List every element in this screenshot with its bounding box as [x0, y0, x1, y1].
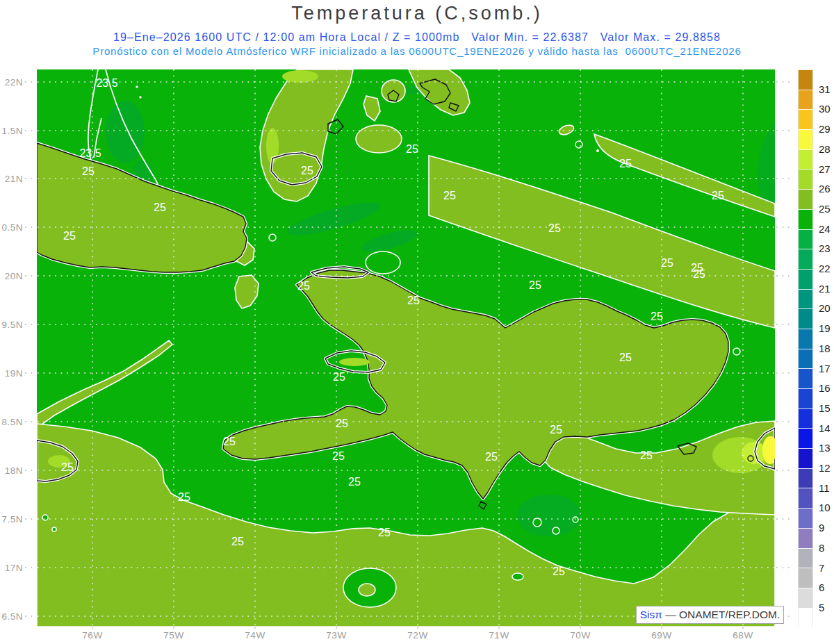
- colorbar-label: 5: [819, 602, 824, 613]
- colorbar-label: 22: [819, 263, 831, 274]
- x-axis-label: 71W: [489, 630, 509, 641]
- contour-value-label: 25: [61, 461, 74, 473]
- colorbar-label: 24: [819, 223, 831, 235]
- colorbar-label: 29: [819, 123, 831, 135]
- contour-value-label: 25: [178, 491, 190, 503]
- contour-value-label: 23.5: [96, 77, 117, 89]
- contour-value-label: 25: [619, 352, 632, 363]
- colorbar-label: 26: [819, 183, 831, 195]
- x-axis-label: 69W: [651, 630, 671, 641]
- contour-value-label: 25: [223, 436, 236, 447]
- colorbar-cell: [798, 368, 813, 388]
- colorbar-label: 6: [819, 581, 824, 593]
- colorbar-label: 8: [819, 542, 824, 554]
- colorbar-label: 13: [819, 442, 831, 454]
- x-axis-label: 72W: [407, 630, 427, 641]
- bank-warm-fringe: [282, 70, 318, 83]
- colorbar-label: 25: [819, 203, 831, 215]
- colorbar-cell: [798, 329, 813, 349]
- y-axis-label: 7.5N: [1, 514, 23, 525]
- weather-map: 23.523.525252525252525252525252525252525…: [0, 0, 834, 644]
- puerto-rico-warm-blob: [766, 436, 777, 461]
- contour-value-label: 25: [553, 565, 565, 577]
- x-axis-label: 73W: [326, 630, 346, 641]
- colorbar-label: 9: [819, 522, 824, 534]
- colorbar-cell: [798, 189, 813, 209]
- map-field: 23.523.525252525252525252525252525252525…: [37, 69, 834, 627]
- gonave-warm-center: [339, 358, 370, 366]
- contour-value-label: 25: [485, 451, 498, 463]
- colorbar-cell: [798, 608, 813, 628]
- contour-value-label: 25: [301, 165, 313, 176]
- contour-value-label: 23.5: [79, 147, 101, 159]
- contour-value-label: 25: [154, 201, 166, 213]
- colorbar-cell: [798, 169, 813, 189]
- colorbar-cell: [798, 69, 813, 90]
- colorbar-cell: [798, 408, 813, 429]
- sea25-blob: [356, 125, 402, 153]
- colorbar-cell: [798, 308, 813, 329]
- contour-value-label: 25: [712, 190, 724, 201]
- y-axis-label: 20N: [5, 271, 23, 281]
- colorbar-label: 10: [819, 502, 831, 513]
- contour-value-label: 25: [640, 449, 653, 461]
- x-axis-label: 70W: [570, 630, 590, 641]
- contour-value-label: 25: [231, 536, 244, 547]
- colorbar-cell: [798, 349, 813, 369]
- colorbar-label: 14: [819, 422, 831, 434]
- colorbar-label: 18: [819, 342, 831, 354]
- contour-value-label: 25: [548, 222, 561, 234]
- colorbar-label: 16: [819, 382, 831, 394]
- contour-value-label: 25: [82, 165, 95, 177]
- y-axis-label: 9.5N: [1, 320, 23, 330]
- contour-value-label: 25: [333, 371, 345, 383]
- colorbar-cell: [798, 428, 813, 448]
- colorbar-cell: [798, 508, 813, 528]
- credit-separator: —: [662, 609, 679, 621]
- contour-value-label: 25: [661, 257, 673, 269]
- colorbar-label: 7: [819, 562, 824, 574]
- y-axis-label: 18N: [5, 465, 23, 476]
- contour-value-label: 25: [63, 230, 76, 242]
- y-axis-label: 19N: [5, 368, 23, 379]
- y-axis-label: 22N: [5, 77, 23, 88]
- contour-value-label: 25: [332, 450, 345, 462]
- colorbar-cell: [798, 548, 813, 568]
- contour-value-label: 25: [550, 424, 562, 436]
- contour-value-label: 25: [406, 143, 418, 155]
- colorbar-label: 12: [819, 462, 831, 474]
- y-axis-label: 1.5N: [1, 126, 23, 136]
- x-axis-label: 74W: [245, 630, 265, 641]
- colorbar-cell: [798, 149, 813, 170]
- contour-value-label: 25: [693, 268, 705, 280]
- colorbar-label: 31: [819, 83, 831, 95]
- weather-forecast-page: { "title": "Temperatura (C,somb.)", "hea…: [0, 0, 834, 644]
- colorbar-label: 19: [819, 322, 831, 334]
- colorbar-cell: [798, 588, 813, 608]
- contour-value-label: 25: [407, 295, 420, 306]
- contour-value-label: 25: [378, 527, 391, 538]
- y-axis-label: 0.5N: [1, 222, 23, 233]
- colorbar-cell: [798, 90, 813, 110]
- colorbar-label: 23: [819, 242, 831, 254]
- colorbar-cell: [798, 229, 813, 249]
- sea25-blob: [382, 80, 405, 102]
- colorbar-cell: [798, 269, 813, 289]
- colorbar-cell: [798, 528, 813, 548]
- contour-value-label: 25: [443, 190, 456, 201]
- y-axis-label: 21N: [5, 174, 23, 184]
- colorbar-label: 28: [819, 143, 831, 155]
- colorbar-label: 27: [819, 163, 831, 175]
- colorbar-cell: [798, 129, 813, 149]
- colorbar-cell: [798, 468, 813, 488]
- credit-org: ONAMET/REP.DOM.: [679, 609, 780, 621]
- colorbar-label: 11: [819, 482, 830, 494]
- colorbar-label: 15: [819, 402, 831, 414]
- y-axis-label: 6.5N: [1, 611, 23, 622]
- contour-value-label: 25: [297, 280, 310, 292]
- colorbar-cell: [798, 289, 813, 309]
- contour-value-label: 25: [651, 311, 663, 322]
- x-axis-label: 76W: [82, 630, 102, 641]
- contour-value-label: 25: [619, 158, 632, 170]
- colorbar-cell: [798, 568, 813, 588]
